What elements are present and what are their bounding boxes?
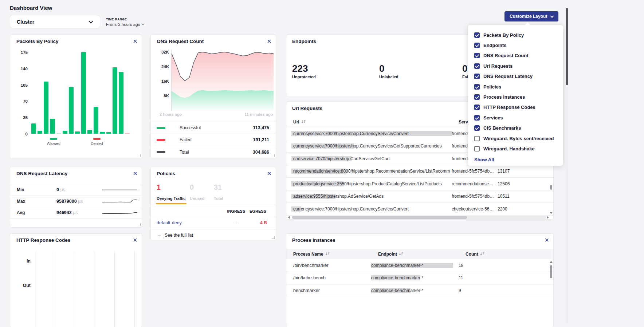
- table-row[interactable]: benchmarkercompliance-benchmarker-*9: [286, 284, 553, 297]
- endpoint-cell: compliance-benchmarker-*: [371, 288, 459, 293]
- legend-row-total: Total304,686: [151, 146, 276, 158]
- resize-handle-icon[interactable]: [272, 236, 275, 239]
- resize-handle-icon[interactable]: [138, 154, 141, 157]
- menu-item-services[interactable]: Services: [468, 113, 563, 123]
- bar-segment[interactable]: [44, 82, 48, 134]
- bar-segment[interactable]: [63, 131, 67, 134]
- tab-unused[interactable]: Unused: [190, 196, 204, 201]
- active-tab-underline: [156, 203, 186, 204]
- latency-value: 95879000 µs: [56, 199, 102, 204]
- close-icon[interactable]: ×: [133, 169, 137, 177]
- menu-item-cis-benchmarks[interactable]: CIS Benchmarks: [468, 123, 563, 133]
- see-full-list-label: See the full list: [165, 233, 193, 238]
- menu-item-policies[interactable]: Policies: [468, 82, 563, 92]
- table-row[interactable]: currencyservice:7000/hipstershop.Currenc…: [286, 203, 553, 216]
- menu-item-packets-by-policy[interactable]: Packets By Policy: [468, 30, 563, 40]
- customize-layout-button[interactable]: Customize Layout: [504, 11, 558, 21]
- customize-layout-label: Customize Layout: [510, 14, 547, 19]
- scroll-left-icon[interactable]: [288, 216, 290, 219]
- process-name-cell: /bin/kube-bench: [286, 275, 371, 280]
- checkbox-unchecked-icon[interactable]: [474, 146, 480, 151]
- menu-item-dns-request-latency[interactable]: DNS Request Latency: [468, 71, 563, 82]
- y-axis-tick-label: 70: [23, 99, 28, 103]
- bar-segment[interactable]: [75, 131, 80, 134]
- column-header-count[interactable]: Count: [466, 252, 553, 257]
- checkbox-checked-icon[interactable]: [474, 63, 480, 69]
- close-icon[interactable]: ×: [133, 236, 137, 244]
- bar-segment[interactable]: [50, 119, 55, 134]
- checkbox-checked-icon[interactable]: [474, 53, 480, 58]
- bar-segment[interactable]: [31, 123, 36, 134]
- bar-segment[interactable]: [113, 67, 117, 134]
- show-all-link[interactable]: Show All: [474, 157, 494, 162]
- grid-line: [75, 251, 75, 327]
- checkbox-checked-icon[interactable]: [474, 115, 480, 121]
- bar-segment[interactable]: [119, 72, 123, 134]
- bar-segment[interactable]: [81, 52, 86, 134]
- bar-segment[interactable]: [100, 132, 105, 134]
- menu-item-dns-request-count[interactable]: DNS Request Count: [468, 51, 563, 61]
- bar-segment[interactable]: [125, 133, 130, 134]
- table-row[interactable]: recommendationservice:8080/hipstershop.R…: [286, 165, 553, 178]
- legend-item-denied: Denied: [91, 138, 103, 146]
- x-label-start: 2 hours ago: [160, 112, 182, 117]
- view-selector-dropdown[interactable]: Cluster: [10, 15, 100, 28]
- see-full-list-link[interactable]: → See the full list: [157, 232, 193, 238]
- page-scrollbar-thumb[interactable]: [566, 8, 568, 85]
- tab-total[interactable]: Total: [214, 196, 223, 201]
- menu-item-label: Services: [483, 115, 503, 121]
- bar-segment[interactable]: [106, 132, 111, 134]
- resize-handle-icon[interactable]: [138, 223, 141, 226]
- bar-segment[interactable]: [87, 130, 92, 134]
- scroll-right-icon[interactable]: [547, 216, 549, 219]
- scroll-up-icon[interactable]: [550, 261, 553, 263]
- table-row[interactable]: productcatalogservice:3550/hipstershop.P…: [286, 178, 553, 190]
- close-icon[interactable]: ×: [545, 236, 549, 244]
- time-range-value[interactable]: From: 2 hours ago: [106, 22, 144, 27]
- close-icon[interactable]: ×: [267, 169, 271, 177]
- checkbox-checked-icon[interactable]: [474, 74, 480, 79]
- column-header-endpoint[interactable]: Endpoint: [378, 252, 466, 257]
- page-scrollbar[interactable]: [566, 7, 568, 323]
- checkbox-checked-icon[interactable]: [474, 43, 480, 48]
- menu-item-wireguard-bytes-sent-received[interactable]: Wireguard. Bytes sent/received: [468, 133, 563, 143]
- bar-segment[interactable]: [69, 87, 74, 134]
- checkbox-unchecked-icon[interactable]: [474, 136, 480, 141]
- y-axis: 32K24K16K8K: [151, 50, 169, 111]
- column-header-process-name[interactable]: Process Name: [293, 252, 378, 257]
- table-row[interactable]: /bin/benchmarkercompliance-benchmarker-*…: [286, 259, 553, 272]
- horizontal-scrollbar[interactable]: [292, 216, 546, 219]
- checkbox-checked-icon[interactable]: [474, 94, 480, 100]
- resize-handle-icon[interactable]: [272, 154, 275, 157]
- latency-unit: µs: [77, 199, 83, 204]
- menu-item-endpoints[interactable]: Endpoints: [468, 40, 563, 50]
- menu-item-wireguard-handshake[interactable]: Wireguard. Handshake: [468, 143, 563, 154]
- column-header-url[interactable]: Url: [293, 119, 459, 125]
- bar-segment[interactable]: [94, 107, 98, 134]
- checkbox-checked-icon[interactable]: [474, 32, 480, 38]
- checkbox-checked-icon[interactable]: [474, 84, 480, 90]
- menu-item-http-response-codes[interactable]: HTTP Response Codes: [468, 102, 563, 113]
- card-title: DNS Request Latency: [16, 171, 67, 176]
- bar-segment[interactable]: [56, 133, 61, 134]
- menu-item-process-instances[interactable]: Process Instances: [468, 92, 563, 102]
- horizontal-scrollbar-thumb[interactable]: [292, 216, 467, 219]
- table-row[interactable]: /bin/kube-benchcompliance-benchmarker-*1…: [286, 272, 553, 285]
- menu-items: Packets By PolicyEndpointsDNS Request Co…: [468, 30, 563, 154]
- bar-segment[interactable]: [38, 131, 42, 134]
- menu-item-label: Wireguard. Bytes sent/received: [483, 136, 554, 141]
- checkbox-checked-icon[interactable]: [474, 125, 480, 131]
- menu-item-url-requests[interactable]: Url Requests: [468, 61, 563, 71]
- x-label-end: 11 minutes ago: [244, 112, 273, 117]
- vertical-scrollbar-thumb[interactable]: [550, 185, 552, 190]
- scroll-down-icon[interactable]: [550, 212, 553, 214]
- checkmark-icon: [475, 126, 479, 130]
- close-icon[interactable]: ×: [133, 37, 137, 45]
- close-icon[interactable]: ×: [267, 37, 271, 45]
- vertical-scrollbar-thumb[interactable]: [550, 265, 552, 278]
- endpoint-text: compliance-benchmarker-*: [371, 275, 423, 280]
- tab-denying-traffic[interactable]: Denying Traffic: [157, 196, 185, 201]
- policy-name-link[interactable]: default-deny: [157, 220, 182, 225]
- table-row[interactable]: adservice:9555/hipstershop.AdService/Get…: [286, 190, 553, 203]
- checkbox-checked-icon[interactable]: [474, 105, 480, 110]
